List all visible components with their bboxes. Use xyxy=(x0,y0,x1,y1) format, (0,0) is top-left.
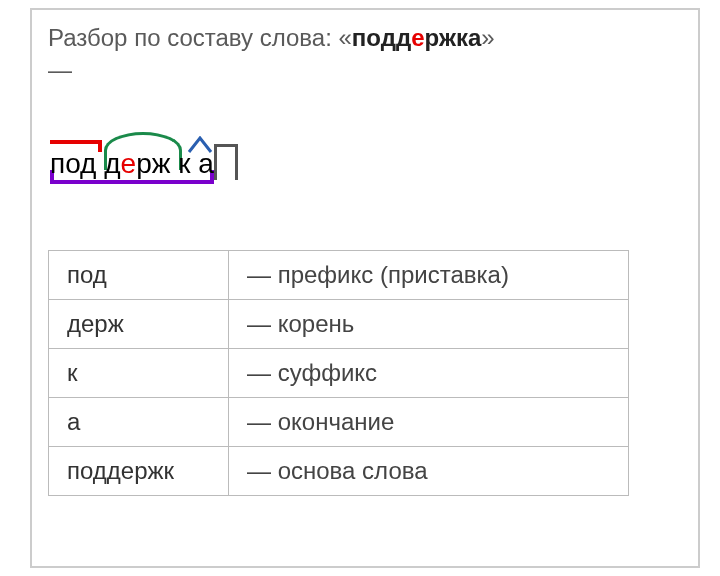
intro-text: Разбор по составу слова: «поддержка» xyxy=(48,22,682,54)
desc-cell: — окончание xyxy=(229,398,629,447)
desc-cell: — корень xyxy=(229,300,629,349)
intro-word-highlight: е xyxy=(411,24,424,51)
intro-word-before: подд xyxy=(352,24,411,51)
desc-cell: — префикс (приставка) xyxy=(229,251,629,300)
diag-root-hl: е xyxy=(121,148,137,179)
morph-cell: а xyxy=(49,398,229,447)
intro-dash: — xyxy=(48,56,682,84)
content-frame: Разбор по составу слова: «поддержка» — п… xyxy=(30,8,700,568)
stem-underline-icon xyxy=(50,180,214,184)
intro-suffix: » xyxy=(481,24,494,51)
morph-cell: держ xyxy=(49,300,229,349)
table-row: к — суффикс xyxy=(49,349,629,398)
table-row: а — окончание xyxy=(49,398,629,447)
diag-suffix: к xyxy=(170,148,190,179)
diag-root-after: рж xyxy=(136,148,170,179)
intro-prefix: Разбор по составу слова: « xyxy=(48,24,352,51)
morph-cell: под xyxy=(49,251,229,300)
morpheme-diagram: под держ к а xyxy=(50,126,682,190)
intro-word-after: ржка xyxy=(425,24,482,51)
table-row: держ — корень xyxy=(49,300,629,349)
diag-ending: а xyxy=(191,148,214,179)
morph-cell: поддержк xyxy=(49,447,229,496)
diag-prefix: под xyxy=(50,148,96,179)
prefix-marker-icon xyxy=(50,140,102,144)
morph-cell: к xyxy=(49,349,229,398)
morpheme-table: под — префикс (приставка) держ — корень … xyxy=(48,250,629,496)
ending-box-icon xyxy=(214,144,238,180)
table-row: под — префикс (приставка) xyxy=(49,251,629,300)
desc-cell: — основа слова xyxy=(229,447,629,496)
diagram-word: под держ к а xyxy=(50,148,214,180)
table-row: поддержк — основа слова xyxy=(49,447,629,496)
desc-cell: — суффикс xyxy=(229,349,629,398)
diag-root-before: д xyxy=(96,148,120,179)
